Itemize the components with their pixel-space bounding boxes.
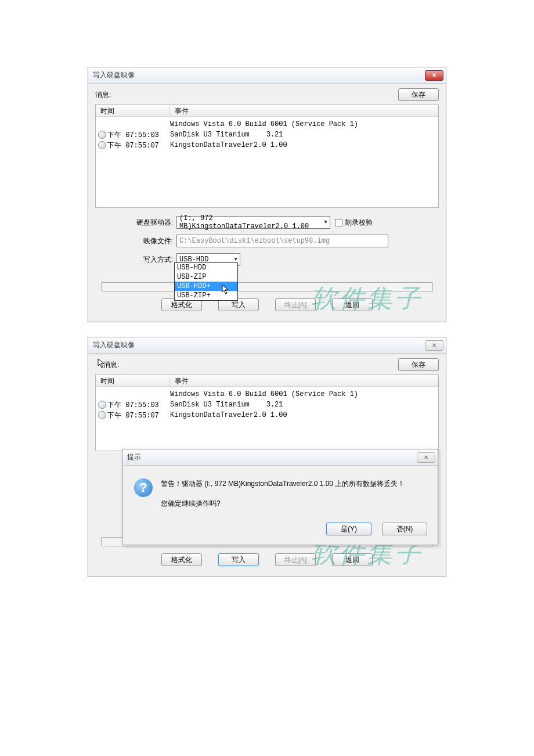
log-row[interactable]: 下午 07:55:07 KingstonDataTraveler2.0 1.00 xyxy=(96,140,438,150)
verify-checkbox[interactable]: 刻录校验 xyxy=(335,218,373,228)
messages-label: 消息: xyxy=(95,90,398,100)
confirm-prompt-dialog: 提示 ✕ ? 警告！驱动器 (I:, 972 MB)KingstonDataTr… xyxy=(122,449,438,545)
log-row[interactable]: 下午 07:55:07 KingstonDataTraveler2.0 1.00 xyxy=(96,410,438,420)
close-button[interactable]: ✕ xyxy=(425,70,443,81)
write-button[interactable]: 写入 xyxy=(218,553,259,566)
disk-icon xyxy=(98,131,106,139)
col-header-time[interactable]: 时间 xyxy=(96,105,170,116)
question-icon: ? xyxy=(134,478,153,497)
stop-button[interactable]: 终止[A] xyxy=(275,553,316,566)
warning-text: 警告！驱动器 (I:, 972 MB)KingstonDataTraveler2… xyxy=(161,478,426,489)
chevron-down-icon: ▼ xyxy=(234,257,237,262)
progress-bar xyxy=(101,282,433,291)
stop-button[interactable]: 终止[A] xyxy=(275,298,316,311)
col-header-time[interactable]: 时间 xyxy=(96,375,170,386)
close-button[interactable]: ✕ xyxy=(425,340,443,351)
dialog-title: 写入硬盘映像 xyxy=(93,70,425,80)
dropdown-option[interactable]: USB-HDD xyxy=(175,263,237,272)
save-button[interactable]: 保存 xyxy=(398,88,439,101)
chevron-down-icon: ▼ xyxy=(324,219,327,225)
log-row[interactable]: 下午 07:55:03 SanDisk U3 Titanium 3.21 xyxy=(96,399,438,410)
dropdown-option[interactable]: USB-ZIP+ xyxy=(175,291,237,300)
log-row[interactable]: Windows Vista 6.0 Build 6001 (Service Pa… xyxy=(96,389,438,399)
dropdown-option[interactable]: USB-ZIP xyxy=(175,272,237,282)
drive-select[interactable]: (I:, 972 MB)KingstonDataTraveler2.0 1.00… xyxy=(176,216,330,229)
close-button[interactable]: ✕ xyxy=(417,452,435,463)
confirm-text: 您确定继续操作吗? xyxy=(161,498,426,509)
disk-icon xyxy=(98,401,106,409)
titlebar[interactable]: 写入硬盘映像 ✕ xyxy=(88,337,446,354)
format-button[interactable]: 格式化 xyxy=(161,553,202,566)
checkbox-box xyxy=(335,219,342,226)
log-list[interactable]: 时间 事件 Windows Vista 6.0 Build 6001 (Serv… xyxy=(95,105,439,208)
disk-icon xyxy=(98,141,106,149)
write-disk-image-dialog-1: 写入硬盘映像 ✕ 消息: 保存 时间 事件 Windows Vista 6.0 … xyxy=(88,67,446,322)
return-button[interactable]: 返回 xyxy=(332,553,373,566)
disk-icon xyxy=(98,411,106,419)
modal-title: 提示 xyxy=(127,452,417,462)
messages-label: 消息: xyxy=(95,360,398,370)
yes-button[interactable]: 是(Y) xyxy=(326,523,371,535)
col-header-event[interactable]: 事件 xyxy=(170,375,438,386)
modal-titlebar[interactable]: 提示 ✕ xyxy=(122,449,438,466)
col-header-event[interactable]: 事件 xyxy=(170,105,438,116)
write-mode-dropdown[interactable]: USB-HDD USB-ZIP USB-HDD+ USB-ZIP+ xyxy=(174,262,238,301)
image-file-field[interactable]: C:\EasyBoot\disk1\ezboot\setup98.img xyxy=(176,235,388,247)
titlebar[interactable]: 写入硬盘映像 ✕ xyxy=(88,67,446,84)
save-button[interactable]: 保存 xyxy=(398,358,439,371)
log-list[interactable]: 时间 事件 Windows Vista 6.0 Build 6001 (Serv… xyxy=(95,375,439,451)
write-mode-label: 写入方式: xyxy=(101,255,176,265)
no-button[interactable]: 否(N) xyxy=(382,523,427,535)
write-disk-image-dialog-2: 写入硬盘映像 ✕ 消息: 保存 时间 事件 Windows Vista 6.0 … xyxy=(88,337,446,577)
log-row[interactable]: Windows Vista 6.0 Build 6001 (Service Pa… xyxy=(96,119,438,129)
log-row[interactable]: 下午 07:55:03 SanDisk U3 Titanium 3.21 xyxy=(96,129,438,140)
return-button[interactable]: 返回 xyxy=(332,298,373,311)
dropdown-option[interactable]: USB-HDD+ xyxy=(175,282,237,291)
image-file-label: 映像文件: xyxy=(101,236,176,246)
dialog-title: 写入硬盘映像 xyxy=(93,340,425,350)
drive-label: 硬盘驱动器: xyxy=(101,218,176,228)
